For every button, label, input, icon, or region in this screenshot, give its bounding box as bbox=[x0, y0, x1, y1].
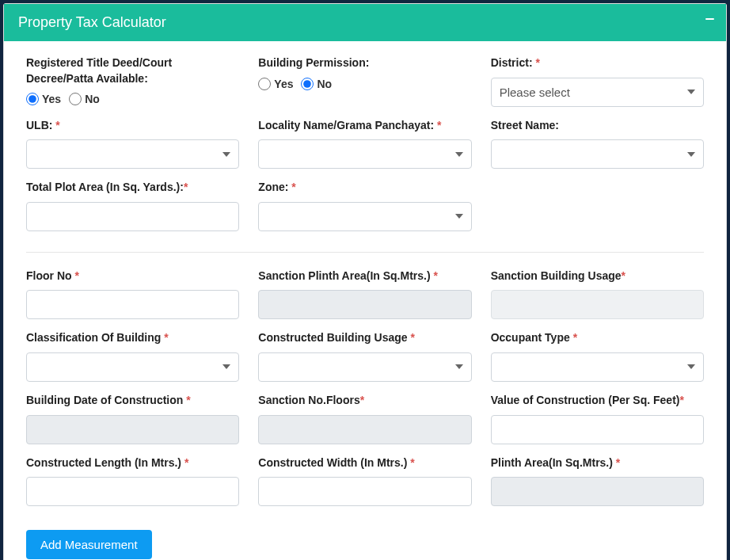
add-measurement-button[interactable]: Add Measurement bbox=[26, 530, 152, 559]
locality-select[interactable] bbox=[258, 139, 471, 169]
floor-no-input[interactable] bbox=[26, 290, 239, 319]
building-date-input bbox=[26, 415, 239, 444]
label-constructed-width: Constructed Width (In Mtrs.) * bbox=[258, 455, 471, 471]
label-total-plot-area: Total Plot Area (In Sq. Yards.):* bbox=[26, 180, 239, 196]
label-sanction-no-floors: Sanction No.Floors* bbox=[258, 393, 471, 409]
sanction-building-usage-select bbox=[491, 290, 704, 319]
zone-select[interactable] bbox=[258, 202, 471, 231]
sanction-no-floors-input bbox=[258, 415, 471, 444]
sanction-plinth-area-input bbox=[258, 290, 471, 319]
label-floor-no: Floor No * bbox=[26, 269, 239, 284]
ulb-select[interactable] bbox=[26, 139, 239, 169]
label-sanction-plinth-area: Sanction Plinth Area(In Sq.Mtrs.) * bbox=[258, 269, 471, 284]
building-permission-yes-wrap[interactable]: Yes bbox=[258, 78, 293, 90]
building-permission-yes-radio[interactable] bbox=[258, 78, 271, 90]
label-building-date: Building Date of Construction * bbox=[26, 393, 239, 409]
value-construction-input[interactable] bbox=[491, 415, 704, 444]
label-street-name: Street Name: bbox=[491, 118, 704, 134]
label-occupant-type: Occupant Type * bbox=[491, 330, 704, 346]
title-deed-yes-wrap[interactable]: Yes bbox=[26, 93, 61, 105]
label-ulb: ULB: * bbox=[26, 118, 239, 134]
district-select[interactable]: Please select bbox=[491, 78, 704, 107]
building-permission-radio-group: Yes No bbox=[258, 78, 471, 90]
label-classification-building: Classification Of Building * bbox=[26, 330, 239, 346]
constructed-building-usage-select[interactable] bbox=[258, 352, 471, 382]
classification-building-select[interactable] bbox=[26, 352, 239, 382]
occupant-type-select[interactable] bbox=[491, 352, 704, 382]
label-plinth-area: Plinth Area(In Sq.Mtrs.) * bbox=[491, 455, 704, 471]
building-permission-yes-label: Yes bbox=[274, 78, 293, 90]
property-tax-card: Property Tax Calculator Registered Title… bbox=[3, 3, 727, 560]
plinth-area-input bbox=[491, 477, 704, 506]
label-sanction-building-usage: Sanction Building Usage* bbox=[491, 269, 704, 284]
section-divider bbox=[26, 252, 704, 253]
label-value-construction: Value of Construction (Per Sq. Feet)* bbox=[491, 393, 704, 409]
building-permission-no-wrap[interactable]: No bbox=[301, 78, 332, 90]
constructed-width-input[interactable] bbox=[258, 477, 471, 506]
label-constructed-length: Constructed Length (In Mtrs.) * bbox=[26, 455, 239, 471]
constructed-length-input[interactable] bbox=[26, 477, 239, 506]
label-constructed-building-usage: Constructed Building Usage * bbox=[258, 330, 471, 346]
building-permission-no-label: No bbox=[317, 78, 332, 90]
street-name-select[interactable] bbox=[491, 139, 704, 169]
title-deed-no-wrap[interactable]: No bbox=[69, 93, 100, 105]
minimize-icon[interactable] bbox=[704, 13, 715, 25]
label-zone: Zone: * bbox=[258, 180, 471, 196]
title-deed-yes-radio[interactable] bbox=[26, 93, 39, 105]
title-deed-radio-group: Yes No bbox=[26, 93, 239, 105]
label-locality: Locality Name/Grama Panchayat: * bbox=[258, 118, 471, 134]
title-deed-yes-label: Yes bbox=[42, 93, 61, 105]
title-deed-no-label: No bbox=[85, 93, 100, 105]
card-body: Registered Title Deed/Court Decree/Patta… bbox=[4, 41, 726, 560]
card-title: Property Tax Calculator bbox=[18, 14, 166, 30]
label-building-permission: Building Permission: bbox=[258, 55, 471, 71]
total-plot-area-input[interactable] bbox=[26, 202, 239, 231]
title-deed-no-radio[interactable] bbox=[69, 93, 82, 105]
card-header: Property Tax Calculator bbox=[4, 4, 726, 41]
building-permission-no-radio[interactable] bbox=[301, 78, 314, 90]
label-title-deed: Registered Title Deed/Court Decree/Patta… bbox=[26, 55, 239, 86]
label-district: District: * bbox=[491, 55, 704, 71]
